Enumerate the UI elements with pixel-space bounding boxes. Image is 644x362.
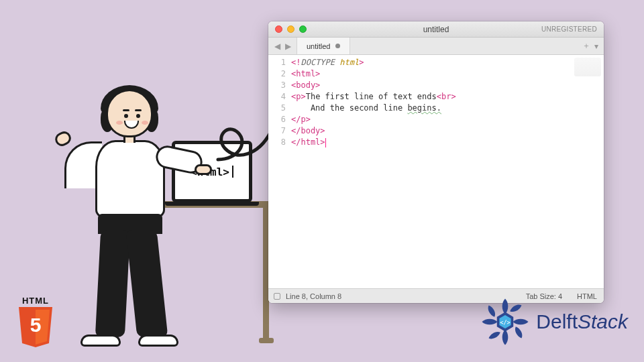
hand	[195, 164, 212, 175]
line-number: 1	[268, 57, 286, 68]
tab-menu-button[interactable]: ▾	[594, 42, 598, 51]
cursor-position[interactable]: Line 8, Column 8	[286, 292, 341, 300]
nav-back-button[interactable]: ◀	[272, 42, 282, 51]
minimap-icon[interactable]	[574, 58, 601, 76]
dirty-indicator-icon	[335, 44, 340, 48]
code-token: DOCTYPE	[301, 58, 335, 67]
code-token: <html>	[291, 69, 320, 78]
delftstack-logo: </> DelftStack	[481, 298, 628, 346]
html5-label: HTML	[12, 296, 59, 306]
leg	[95, 230, 130, 337]
line-number: 5	[268, 103, 286, 114]
code-token: >	[359, 58, 364, 67]
html5-five: 5	[17, 314, 54, 337]
code-token: <body>	[291, 80, 320, 90]
desk-foot	[259, 338, 274, 343]
editor-window: untitled UNREGISTERED ◀ ▶ untitled ＋ ▾ 1…	[268, 21, 604, 303]
code-area[interactable]: <!DOCTYPE html> <html> <body> <p>The fir…	[291, 55, 604, 288]
svg-text:</>: </>	[500, 319, 511, 326]
head	[106, 89, 153, 137]
new-tab-button[interactable]: ＋	[582, 40, 590, 52]
line-number: 4	[268, 91, 286, 103]
line-number: 7	[268, 125, 286, 137]
torso	[95, 140, 165, 219]
brand-part-b: Stack	[578, 310, 628, 333]
code-token: <p>	[291, 92, 306, 101]
code-editor[interactable]: 1 2 3 4 5 6 7 8 <!DOCTYPE html> <html> <…	[268, 55, 604, 288]
hand	[53, 129, 73, 148]
brand-part-a: Delft	[536, 310, 578, 333]
text-cursor-icon	[325, 138, 326, 147]
code-text: The first line of text ends	[306, 92, 437, 101]
code-token: <!	[291, 58, 301, 67]
tab-untitled[interactable]: untitled	[297, 38, 350, 54]
code-token: <br>	[437, 92, 456, 101]
panel-toggle-icon[interactable]	[274, 293, 280, 300]
delftstack-mark-icon: </>	[481, 298, 529, 346]
shoe	[80, 335, 121, 347]
line-number: 3	[268, 80, 286, 91]
code-token: </html>	[291, 137, 325, 147]
html5-shield-icon: 5	[17, 307, 54, 347]
window-titlebar[interactable]: untitled UNREGISTERED	[268, 21, 604, 38]
html5-logo: HTML 5	[12, 296, 59, 347]
delftstack-wordmark: DelftStack	[536, 310, 628, 333]
code-token: </p>	[291, 115, 311, 124]
code-text: begins.	[407, 103, 441, 113]
nav-forward-button[interactable]: ▶	[283, 42, 292, 51]
tab-strip: ◀ ▶ untitled ＋ ▾	[268, 38, 604, 55]
leg	[126, 230, 168, 337]
line-number: 6	[268, 114, 286, 125]
code-token: html	[339, 58, 359, 67]
code-text: And the second line	[291, 103, 407, 113]
illustration-scene: <html>	[40, 59, 268, 314]
window-title: untitled	[268, 25, 604, 34]
person	[54, 89, 188, 357]
shoe	[138, 335, 178, 347]
tab-label: untitled	[307, 42, 330, 50]
line-number: 2	[268, 68, 286, 80]
code-token: </body>	[291, 126, 325, 135]
line-number: 8	[268, 137, 286, 148]
line-gutter: 1 2 3 4 5 6 7 8	[268, 55, 291, 288]
